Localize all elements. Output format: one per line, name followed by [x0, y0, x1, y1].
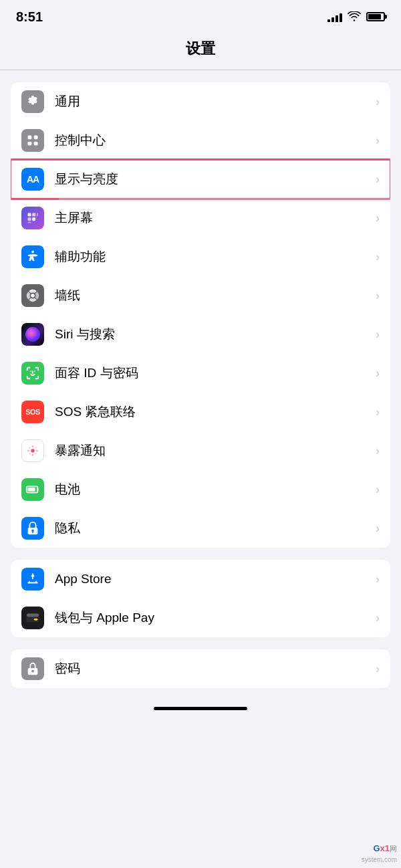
- general-label: 通用: [55, 93, 370, 110]
- signal-icon: [327, 11, 342, 22]
- exposure-chevron: ›: [376, 444, 380, 458]
- control-center-chevron: ›: [376, 134, 380, 148]
- page-title-bar: 设置: [0, 33, 401, 70]
- svg-rect-9: [28, 222, 31, 223]
- svg-rect-0: [28, 136, 32, 140]
- privacy-label: 隐私: [55, 520, 370, 537]
- section-divider-top: [0, 70, 401, 70]
- face-id-label: 面容 ID 与密码: [55, 364, 370, 382]
- page-title: 设置: [0, 39, 401, 59]
- display-label: 显示与亮度: [55, 171, 370, 188]
- svg-point-14: [32, 445, 34, 447]
- exposure-label: 暴露通知: [55, 442, 370, 459]
- settings-group-1: 通用 › 控制中心 › AA 显示与亮度 ›: [11, 82, 390, 548]
- settings-item-home-screen[interactable]: 主屏幕 ›: [11, 199, 390, 237]
- settings-item-siri[interactable]: Siri 与搜索 ›: [11, 315, 390, 354]
- settings-item-exposure[interactable]: 暴露通知 ›: [11, 431, 390, 470]
- face-id-icon: [21, 362, 44, 385]
- privacy-icon: [21, 517, 44, 540]
- wallpaper-chevron: ›: [376, 289, 380, 303]
- settings-item-general[interactable]: 通用 ›: [11, 82, 390, 121]
- sos-label: SOS 紧急联络: [55, 403, 370, 421]
- svg-rect-23: [28, 487, 35, 492]
- settings-item-privacy[interactable]: 隐私 ›: [11, 509, 390, 548]
- passwords-chevron: ›: [376, 662, 380, 676]
- svg-rect-2: [28, 142, 32, 146]
- svg-point-21: [35, 453, 36, 454]
- svg-point-32: [31, 670, 34, 673]
- wallet-chevron: ›: [376, 611, 380, 625]
- svg-rect-3: [34, 142, 38, 146]
- wallet-icon: [21, 607, 44, 629]
- app-store-label: App Store: [55, 572, 370, 586]
- face-id-chevron: ›: [376, 366, 380, 381]
- wallet-label: 钱包与 Apple Pay: [55, 609, 370, 627]
- svg-rect-8: [32, 217, 35, 221]
- svg-rect-6: [37, 213, 38, 217]
- status-bar: 8:51: [0, 0, 401, 33]
- svg-point-13: [31, 449, 35, 453]
- battery-label: 电池: [55, 481, 370, 498]
- svg-point-18: [29, 447, 31, 449]
- accessibility-label: 辅助功能: [55, 248, 370, 265]
- exposure-icon: [21, 439, 44, 462]
- settings-item-battery[interactable]: 电池 ›: [11, 470, 390, 509]
- svg-rect-30: [34, 619, 38, 621]
- siri-chevron: ›: [376, 328, 380, 342]
- svg-rect-5: [32, 213, 35, 217]
- svg-point-16: [27, 450, 29, 452]
- privacy-chevron: ›: [376, 522, 380, 536]
- sos-icon: SOS: [21, 401, 44, 423]
- display-chevron: ›: [376, 173, 380, 187]
- settings-item-wallpaper[interactable]: 墙纸 ›: [11, 276, 390, 315]
- general-chevron: ›: [376, 95, 380, 109]
- home-indicator: [0, 700, 401, 716]
- settings-group-3: 密码 ›: [11, 649, 390, 688]
- home-bar: [154, 707, 247, 710]
- svg-rect-4: [28, 213, 31, 217]
- watermark: Gx1网 system.com: [362, 843, 397, 864]
- siri-icon: [21, 323, 44, 346]
- wifi-icon: [348, 11, 361, 22]
- svg-point-19: [35, 447, 36, 449]
- passwords-label: 密码: [55, 660, 370, 677]
- wallpaper-label: 墙纸: [55, 287, 370, 304]
- svg-point-25: [31, 530, 34, 532]
- settings-group-2: App Store › 钱包与 Apple Pay ›: [11, 560, 390, 637]
- svg-point-15: [32, 454, 34, 456]
- settings-item-display[interactable]: AA 显示与亮度 ›: [11, 160, 390, 199]
- home-screen-icon: [21, 207, 44, 229]
- control-center-label: 控制中心: [55, 132, 370, 149]
- accessibility-icon: [21, 245, 44, 268]
- wallpaper-icon: [21, 284, 44, 307]
- battery-icon: [366, 12, 385, 21]
- svg-point-20: [29, 453, 31, 454]
- accessibility-chevron: ›: [376, 250, 380, 264]
- passwords-icon: [21, 657, 44, 680]
- svg-rect-29: [27, 614, 39, 617]
- general-icon: [21, 90, 44, 113]
- settings-item-wallet[interactable]: 钱包与 Apple Pay ›: [11, 599, 390, 637]
- app-store-icon: [21, 568, 44, 590]
- battery-settings-icon: [21, 478, 44, 501]
- svg-rect-7: [28, 217, 31, 221]
- status-icons: [327, 11, 385, 22]
- settings-item-passwords[interactable]: 密码 ›: [11, 649, 390, 688]
- svg-point-11: [31, 294, 35, 298]
- status-time: 8:51: [16, 9, 43, 25]
- svg-point-10: [31, 251, 34, 253]
- settings-item-sos[interactable]: SOS SOS 紧急联络 ›: [11, 393, 390, 431]
- sos-chevron: ›: [376, 405, 380, 419]
- svg-point-17: [36, 450, 38, 452]
- settings-item-control-center[interactable]: 控制中心 ›: [11, 121, 390, 160]
- control-center-icon: [21, 129, 44, 152]
- siri-label: Siri 与搜索: [55, 326, 370, 343]
- settings-item-app-store[interactable]: App Store ›: [11, 560, 390, 599]
- settings-item-accessibility[interactable]: 辅助功能 ›: [11, 237, 390, 276]
- app-store-chevron: ›: [376, 572, 380, 586]
- svg-rect-1: [34, 136, 38, 140]
- battery-chevron: ›: [376, 483, 380, 497]
- display-icon: AA: [21, 168, 44, 191]
- home-screen-label: 主屏幕: [55, 209, 370, 227]
- settings-item-face-id[interactable]: 面容 ID 与密码 ›: [11, 354, 390, 393]
